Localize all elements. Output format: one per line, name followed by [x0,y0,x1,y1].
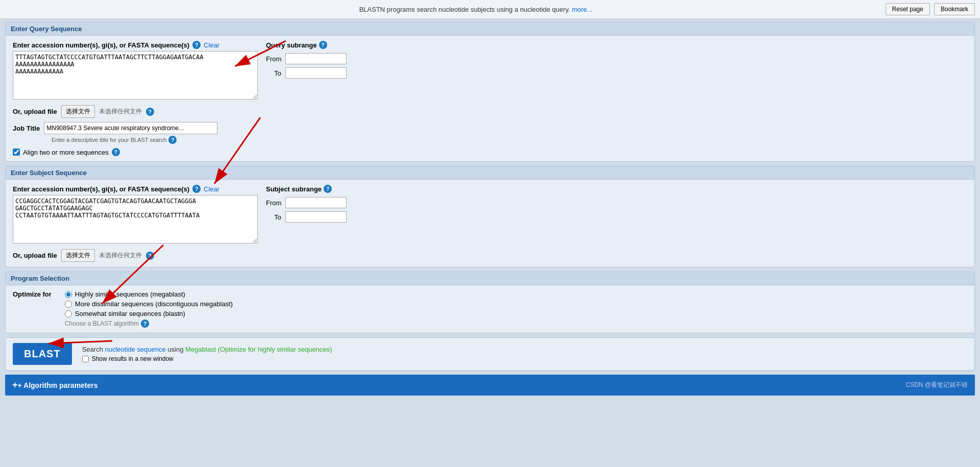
subject-left: Enter accession number(s), gi(s), or FAS… [13,185,258,245]
choose-hint-help[interactable]: ? [141,319,149,328]
align-checkbox[interactable] [13,149,20,156]
bookmark-button[interactable]: Bookmark [934,3,975,15]
new-window-label: Show results in a new window [92,355,174,362]
query-textarea[interactable]: TTTAGTAGTGCTATCCCCATGTGATTTAATAGCTTCTTAG… [13,51,258,100]
program-body: Optimize for Highly similar sequences (m… [6,285,974,333]
subject-header: Enter Subject Sequence [6,166,974,180]
subject-upload-label: Or, upload file [13,252,57,259]
blast-desc-prefix: Search [82,346,105,353]
query-no-file-text: 未选择任何文件 [99,107,142,116]
query-file-button[interactable]: 选择文件 [61,105,95,118]
radio-item-blastn: Somewhat similar sequences (blastn) [65,310,233,317]
query-title: Enter Query Sequence [11,25,82,33]
subject-input-label-row: Enter accession number(s), gi(s), or FAS… [13,185,258,193]
subject-no-file-text: 未选择任何文件 [99,251,142,260]
algo-bar-label: + Algorithm parameters [18,381,98,389]
radio-item-megablast: Highly similar sequences (megablast) [65,290,233,298]
description-text: BLASTN programs search nucleotide subjec… [359,6,570,13]
query-subrange-help[interactable]: ? [319,41,327,49]
subject-textarea[interactable]: CCGAGGCCACTCGGAGTACGATCGAGTGTACAGTGAACAA… [13,195,258,243]
align-label: Align two or more sequences [23,149,109,156]
align-help[interactable]: ? [112,148,120,156]
subject-top-row: Enter accession number(s), gi(s), or FAS… [13,185,967,245]
subject-subrange-label: Subject subrange [266,185,322,193]
blast-bar: BLAST Search nucleotide sequence using M… [5,337,975,371]
choose-hint: Choose a BLAST algorithm ? [65,319,233,328]
query-from-label: From [266,55,281,63]
radio-group: Highly similar sequences (megablast) Mor… [65,290,233,317]
subject-to-label: To [266,213,281,221]
query-to-label: To [266,69,281,77]
query-clear-link[interactable]: Clear [204,41,219,49]
jobtitle-hint-row: Enter a descriptive title for your BLAST… [52,136,967,144]
reset-button[interactable]: Reset page [886,3,930,15]
new-window-row: Show results in a new window [82,355,332,362]
query-from-row: From [266,53,378,64]
query-subrange-panel: Query subrange ? From To [266,41,378,82]
new-window-checkbox[interactable] [82,356,89,362]
subject-input-label: Enter accession number(s), gi(s), or FAS… [13,185,189,193]
subject-to-input[interactable] [285,211,347,223]
subject-clear-link[interactable]: Clear [204,185,219,193]
subject-help-icon[interactable]: ? [192,185,201,193]
query-subrange-label: Query subrange [266,41,317,49]
jobtitle-row: Job Title [13,122,967,134]
blast-desc: Search nucleotide sequence using Megabla… [82,346,332,353]
query-upload-help[interactable]: ? [146,108,154,116]
subject-subrange-title: Subject subrange ? [266,185,378,193]
jobtitle-label: Job Title [13,125,40,132]
query-section: Enter Query Sequence Enter accession num… [5,22,975,162]
blast-button[interactable]: BLAST [13,343,72,365]
megablast-link[interactable]: Megablast (Optimize for highly similar s… [185,346,332,353]
jobtitle-input[interactable] [44,122,217,134]
query-top-row: Enter accession number(s), gi(s), or FAS… [13,41,967,101]
subject-upload-help[interactable]: ? [146,252,154,260]
query-from-input[interactable] [285,53,347,64]
choose-hint-text: Choose a BLAST algorithm [65,320,139,327]
optimize-label: Optimize for [13,290,52,298]
query-left: Enter accession number(s), gi(s), or FAS… [13,41,258,101]
csdn-watermark: CSDN @看笔记就不错 [905,381,968,389]
jobtitle-help[interactable]: ? [168,136,177,144]
program-section: Program Selection Optimize for Highly si… [5,272,975,333]
more-link[interactable]: more... [572,6,592,13]
radio-megablast-label: Highly similar sequences (megablast) [75,290,185,298]
subject-from-row: From [266,197,378,208]
align-row: Align two or more sequences ? [13,148,967,156]
query-body: Enter accession number(s), gi(s), or FAS… [6,36,974,161]
query-upload-label: Or, upload file [13,108,57,115]
algo-bar[interactable]: + + Algorithm parameters CSDN @看笔记就不错 [5,375,975,396]
blast-desc-area: Search nucleotide sequence using Megabla… [82,346,332,362]
radio-blastn[interactable] [65,310,72,317]
subject-file-button[interactable]: 选择文件 [61,249,95,262]
query-upload-row: Or, upload file 选择文件 未选择任何文件 ? [13,105,967,118]
subject-body: Enter accession number(s), gi(s), or FAS… [6,180,974,267]
radio-item-discontig: More dissimilar sequences (discontiguous… [65,300,233,308]
query-header: Enter Query Sequence [6,22,974,36]
subject-subrange-help[interactable]: ? [324,185,332,193]
top-bar: BLASTN programs search nucleotide subjec… [0,0,980,19]
query-to-row: To [266,67,378,79]
program-header: Program Selection [6,272,974,285]
jobtitle-hint-text: Enter a descriptive title for your BLAST… [52,137,166,143]
program-title: Program Selection [11,275,69,282]
plus-icon: + [12,380,18,390]
query-input-label: Enter accession number(s), gi(s), or FAS… [13,41,189,49]
top-description: BLASTN programs search nucleotide subjec… [359,6,593,13]
radio-discontig-label: More dissimilar sequences (discontiguous… [75,300,233,308]
radio-megablast[interactable] [65,291,72,298]
query-help-icon[interactable]: ? [192,41,201,49]
subject-section: Enter Subject Sequence Enter accession n… [5,166,975,267]
query-subrange-title: Query subrange ? [266,41,378,49]
nucleotide-link[interactable]: nucleotide sequence [105,346,165,353]
query-input-label-row: Enter accession number(s), gi(s), or FAS… [13,41,258,49]
blast-desc-middle: using [166,346,185,353]
subject-to-row: To [266,211,378,223]
main-content: Enter Query Sequence Enter accession num… [0,19,980,399]
subject-upload-row: Or, upload file 选择文件 未选择任何文件 ? [13,249,967,262]
query-to-input[interactable] [285,67,347,79]
radio-discontig[interactable] [65,301,72,308]
radio-options: Highly similar sequences (megablast) Mor… [60,290,233,328]
subject-from-input[interactable] [285,197,347,208]
top-actions: Reset page Bookmark [886,3,975,15]
